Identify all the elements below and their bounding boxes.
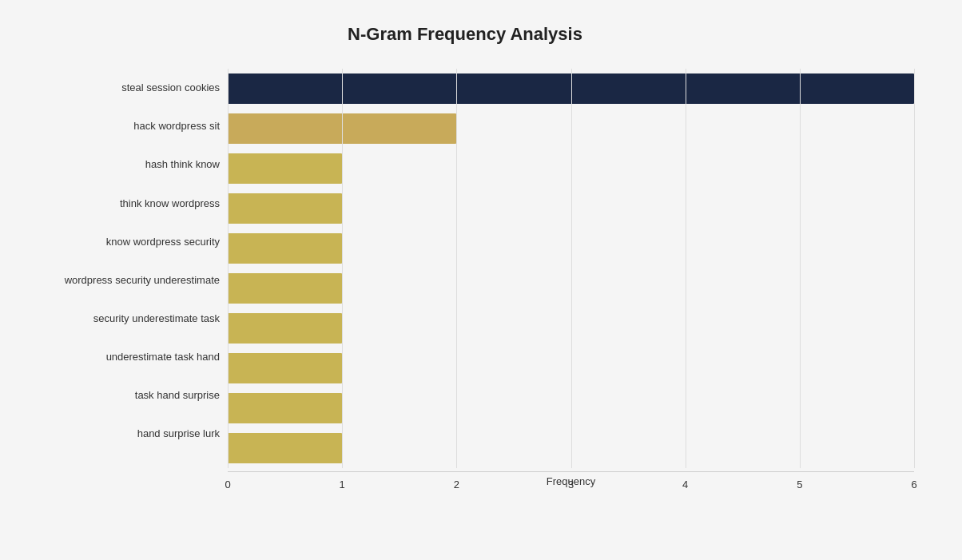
chart-title: N-Gram Frequency Analysis xyxy=(16,24,914,45)
y-axis-label: task hand surprise xyxy=(16,376,220,415)
x-tick: 6 xyxy=(911,479,916,490)
y-axis-label: think know wordpress xyxy=(16,184,220,222)
x-axis: 0123456 xyxy=(228,471,914,472)
bar xyxy=(228,273,342,304)
bar xyxy=(228,153,342,184)
x-tick: 3 xyxy=(568,479,574,490)
y-axis-label: security underestimate task xyxy=(16,300,220,338)
bar xyxy=(228,193,342,224)
bar-row xyxy=(228,348,914,388)
y-axis-label: hand surprise lurk xyxy=(16,415,220,453)
bar xyxy=(228,433,342,463)
bars-area xyxy=(228,69,914,468)
bar-row xyxy=(228,268,914,308)
bar xyxy=(228,393,342,423)
y-axis-label: wordpress security underestimate xyxy=(16,260,220,299)
x-tick: 0 xyxy=(225,479,230,490)
bar-row xyxy=(228,388,914,428)
bar xyxy=(228,233,342,264)
chart-container: N-Gram Frequency Analysis steal session … xyxy=(0,0,962,560)
y-axis-label: steal session cookies xyxy=(16,69,220,107)
bar-row xyxy=(228,149,914,189)
x-tick: 4 xyxy=(682,479,688,490)
y-axis-labels: steal session cookieshack wordpress sith… xyxy=(16,69,228,485)
bar-row xyxy=(228,69,914,109)
bar xyxy=(228,113,456,144)
bar-row xyxy=(228,189,914,228)
x-tick: 5 xyxy=(797,479,802,490)
bar-row xyxy=(228,308,914,348)
bars-and-xaxis: 0123456 Frequency xyxy=(228,69,914,485)
bar-row xyxy=(228,428,914,468)
x-tick: 1 xyxy=(340,479,345,490)
y-axis-label: underestimate task hand xyxy=(16,338,220,376)
chart-area: steal session cookieshack wordpress sith… xyxy=(16,69,914,485)
bar-row xyxy=(228,228,914,268)
bar xyxy=(228,73,914,104)
bar xyxy=(228,313,342,344)
bar xyxy=(228,353,342,383)
x-tick: 2 xyxy=(454,479,459,490)
y-axis-label: know wordpress security xyxy=(16,222,220,260)
y-axis-label: hash think know xyxy=(16,145,220,184)
bar-row xyxy=(228,109,914,149)
y-axis-label: hack wordpress sit xyxy=(16,107,220,145)
